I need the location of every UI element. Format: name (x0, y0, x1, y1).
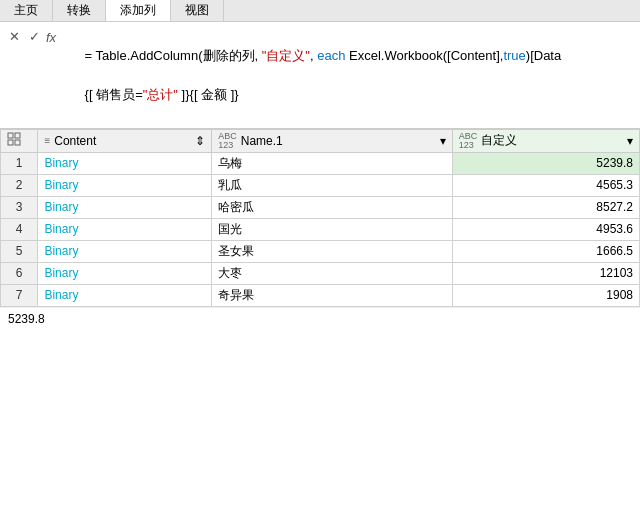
table-row: 4Binary国光4953.6 (1, 218, 640, 240)
content-col-label: Content (54, 134, 195, 148)
content-col-sort[interactable]: ⇕ (195, 134, 205, 148)
custom-cell: 5239.8 (452, 152, 639, 174)
svg-rect-2 (8, 140, 13, 145)
status-bar: 5239.8 (0, 307, 640, 330)
table-row: 6Binary大枣12103 (1, 262, 640, 284)
custom-cell: 1908 (452, 284, 639, 306)
table-row: 3Binary哈密瓜8527.2 (1, 196, 640, 218)
tab-view[interactable]: 视图 (171, 0, 224, 21)
custom-cell: 4953.6 (452, 218, 639, 240)
table-row: 5Binary圣女果1666.5 (1, 240, 640, 262)
svg-rect-1 (15, 133, 20, 138)
row-number: 7 (1, 284, 38, 306)
cancel-icon[interactable]: ✕ (6, 29, 22, 45)
content-cell[interactable]: Binary (38, 174, 212, 196)
status-value: 5239.8 (8, 312, 45, 326)
table-selector[interactable] (1, 129, 38, 152)
table-row: 7Binary奇异果1908 (1, 284, 640, 306)
svg-rect-3 (15, 140, 20, 145)
column-header-row: ≡ Content ⇕ ABC123 Name.1 ▾ ABC123 自 (1, 129, 640, 152)
table-row: 1Binary乌梅5239.8 (1, 152, 640, 174)
name1-cell: 圣女果 (212, 240, 453, 262)
name1-cell: 乳瓜 (212, 174, 453, 196)
content-cell[interactable]: Binary (38, 240, 212, 262)
row-number: 1 (1, 152, 38, 174)
content-cell[interactable]: Binary (38, 262, 212, 284)
custom-col-sort[interactable]: ▾ (627, 134, 633, 148)
confirm-icon[interactable]: ✓ (26, 29, 42, 45)
name1-cell: 奇异果 (212, 284, 453, 306)
col-header-custom[interactable]: ABC123 自定义 ▾ (452, 129, 639, 152)
custom-cell: 4565.3 (452, 174, 639, 196)
custom-col-icon: ABC123 (459, 132, 478, 150)
table-body: 1Binary乌梅5239.82Binary乳瓜4565.33Binary哈密瓜… (1, 152, 640, 306)
formula-content[interactable]: = Table.AddColumn(删除的列, "自定义", each Exce… (70, 26, 634, 124)
formula-icons: ✕ ✓ fx (6, 26, 64, 45)
name1-cell: 哈密瓜 (212, 196, 453, 218)
content-cell[interactable]: Binary (38, 284, 212, 306)
name1-col-icon: ABC123 (218, 132, 237, 150)
table-container: ≡ Content ⇕ ABC123 Name.1 ▾ ABC123 自 (0, 129, 640, 307)
data-table: ≡ Content ⇕ ABC123 Name.1 ▾ ABC123 自 (0, 129, 640, 307)
name1-cell: 乌梅 (212, 152, 453, 174)
custom-cell: 12103 (452, 262, 639, 284)
row-number: 5 (1, 240, 38, 262)
row-number: 6 (1, 262, 38, 284)
table-row: 2Binary乳瓜4565.3 (1, 174, 640, 196)
name1-cell: 大枣 (212, 262, 453, 284)
custom-cell: 1666.5 (452, 240, 639, 262)
col-header-content[interactable]: ≡ Content ⇕ (38, 129, 212, 152)
fx-label: fx (46, 28, 56, 45)
row-number: 3 (1, 196, 38, 218)
content-col-icon: ≡ (44, 135, 50, 146)
tab-add-column[interactable]: 添加列 (106, 0, 171, 21)
custom-cell: 8527.2 (452, 196, 639, 218)
name1-cell: 国光 (212, 218, 453, 240)
row-number: 4 (1, 218, 38, 240)
content-cell[interactable]: Binary (38, 218, 212, 240)
content-cell[interactable]: Binary (38, 196, 212, 218)
formula-bar: ✕ ✓ fx = Table.AddColumn(删除的列, "自定义", ea… (0, 22, 640, 129)
svg-rect-0 (8, 133, 13, 138)
top-nav: 主页 转换 添加列 视图 (0, 0, 640, 22)
col-header-name1[interactable]: ABC123 Name.1 ▾ (212, 129, 453, 152)
name1-col-sort[interactable]: ▾ (440, 134, 446, 148)
tab-home[interactable]: 主页 (0, 0, 53, 21)
row-number: 2 (1, 174, 38, 196)
name1-col-label: Name.1 (241, 134, 440, 148)
content-cell[interactable]: Binary (38, 152, 212, 174)
tab-transform[interactable]: 转换 (53, 0, 106, 21)
custom-col-label: 自定义 (481, 132, 627, 149)
